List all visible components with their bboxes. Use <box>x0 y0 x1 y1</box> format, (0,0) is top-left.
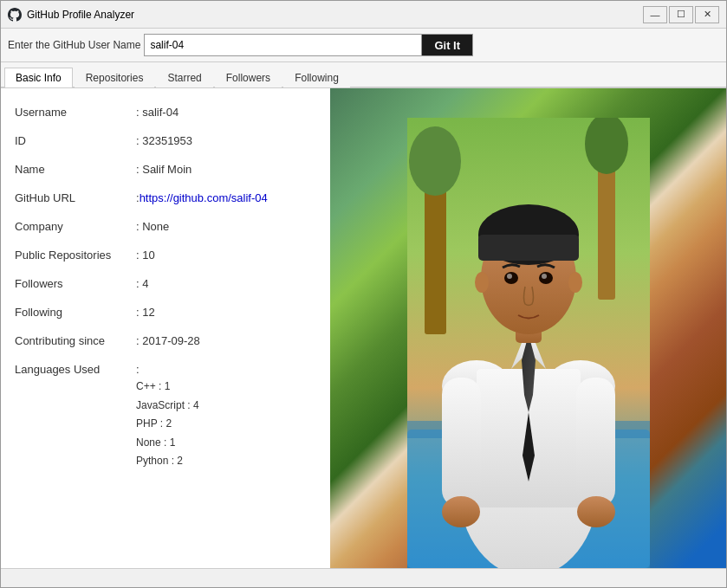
person-silhouette <box>407 118 650 568</box>
company-value: : None <box>136 220 169 233</box>
info-panel: Username : salif-04 ID : 32351953 Name :… <box>1 88 330 568</box>
language-item: JavaScript : 4 <box>136 397 199 416</box>
following-row: Following : 12 <box>15 306 316 319</box>
languages-row: Languages Used : C++ : 1JavaScript : 4PH… <box>15 363 316 471</box>
company-label: Company <box>15 220 136 233</box>
profile-image <box>330 88 726 568</box>
minimize-button[interactable]: — <box>643 6 667 23</box>
svg-point-21 <box>542 274 547 279</box>
svg-point-22 <box>475 272 489 293</box>
public-repos-label: Public Repositories <box>15 249 136 262</box>
tab-bar: Basic Info Repositories Starred Follower… <box>1 62 726 88</box>
title-bar: GitHub Profile Analyzer — ☐ ✕ <box>1 1 726 29</box>
github-url-link[interactable]: https://github.com/salif-04 <box>140 191 268 204</box>
svg-rect-24 <box>442 378 481 507</box>
id-label: ID <box>15 134 136 147</box>
status-bar <box>1 568 726 587</box>
maximize-button[interactable]: ☐ <box>669 6 693 23</box>
toolbar: Enter the GitHub User Name Git It <box>1 29 726 62</box>
public-repos-row: Public Repositories : 10 <box>15 249 316 262</box>
languages-label: Languages Used <box>15 363 136 376</box>
close-button[interactable]: ✕ <box>695 6 719 23</box>
tab-following[interactable]: Following <box>283 68 350 87</box>
username-label: Username <box>15 106 136 119</box>
following-label: Following <box>15 306 136 319</box>
content-area: Username : salif-04 ID : 32351953 Name :… <box>1 88 726 568</box>
id-row: ID : 32351953 <box>15 134 316 147</box>
company-row: Company : None <box>15 220 316 233</box>
svg-rect-17 <box>478 235 579 261</box>
name-row: Name : Salif Moin <box>15 163 316 176</box>
id-value: : 32351953 <box>136 134 192 147</box>
svg-rect-25 <box>576 378 615 507</box>
contributing-label: Contributing since <box>15 334 136 347</box>
username-row: Username : salif-04 <box>15 106 316 119</box>
followers-label: Followers <box>15 277 136 290</box>
svg-point-26 <box>442 496 480 527</box>
main-window: GitHub Profile Analyzer — ☐ ✕ Enter the … <box>0 0 727 588</box>
followers-row: Followers : 4 <box>15 277 316 290</box>
followers-value: : 4 <box>136 277 148 290</box>
contributing-row: Contributing since : 2017-09-28 <box>15 334 316 347</box>
language-item: PHP : 2 <box>136 415 199 434</box>
git-it-button[interactable]: Git It <box>421 34 473 56</box>
language-item: None : 1 <box>136 434 199 453</box>
search-label: Enter the GitHub User Name <box>8 39 140 51</box>
username-value: : salif-04 <box>136 106 179 119</box>
window-title: GitHub Profile Analyzer <box>27 9 643 21</box>
tab-followers[interactable]: Followers <box>215 68 282 87</box>
github-url-row: GitHub URL : https://github.com/salif-04 <box>15 191 316 204</box>
svg-point-27 <box>577 496 615 527</box>
search-input[interactable] <box>144 34 421 56</box>
window-controls: — ☐ ✕ <box>643 6 719 23</box>
language-item: C++ : 1 <box>136 378 199 397</box>
name-value: : Salif Moin <box>136 163 191 176</box>
profile-image-panel <box>330 88 726 568</box>
public-repos-value: : 10 <box>136 249 155 262</box>
svg-point-2 <box>409 126 461 196</box>
tab-basic-info[interactable]: Basic Info <box>4 68 73 87</box>
tab-repositories[interactable]: Repositories <box>75 68 155 87</box>
languages-list: C++ : 1JavaScript : 4PHP : 2None : 1Pyth… <box>136 378 199 471</box>
contributing-value: : 2017-09-28 <box>136 334 200 347</box>
tab-starred[interactable]: Starred <box>156 68 212 87</box>
following-value: : 12 <box>136 306 155 319</box>
name-label: Name <box>15 163 136 176</box>
github-url-label: GitHub URL <box>15 191 136 204</box>
languages-colon: : <box>136 363 140 376</box>
languages-content: : C++ : 1JavaScript : 4PHP : 2None : 1Py… <box>136 363 199 471</box>
app-icon <box>8 8 22 22</box>
svg-point-20 <box>507 274 512 279</box>
language-item: Python : 2 <box>136 452 199 471</box>
svg-point-23 <box>568 272 582 293</box>
